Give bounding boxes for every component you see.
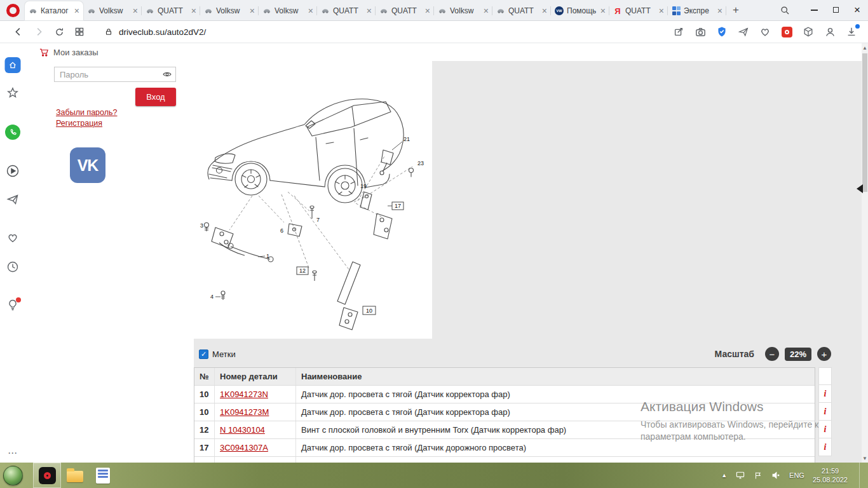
collapse-panel-chevron-icon[interactable]	[857, 184, 863, 193]
tab-close-icon[interactable]: ×	[425, 6, 430, 15]
history-clock-icon[interactable]	[6, 261, 19, 273]
whatsapp-icon[interactable]	[5, 125, 20, 140]
tab-close-icon[interactable]: ×	[659, 6, 664, 15]
scroll-down-icon[interactable]: ▼	[862, 454, 868, 463]
player-icon[interactable]	[6, 164, 20, 178]
tab-close-icon[interactable]: ×	[600, 6, 606, 15]
language-indicator[interactable]: ENG	[789, 471, 804, 479]
login-button[interactable]: Вход	[135, 88, 176, 106]
browser-tab[interactable]: Volksw×	[434, 1, 492, 20]
new-tab-button[interactable]: +	[728, 2, 744, 18]
taskbar-clock[interactable]: 21:59 25.08.2022	[813, 466, 848, 484]
tray-volume-icon[interactable]	[771, 470, 781, 480]
bookmarks-star-icon[interactable]	[6, 86, 19, 99]
scroll-up-icon[interactable]: ▲	[862, 43, 868, 52]
close-button[interactable]: ×	[846, 0, 868, 20]
car-favicon	[379, 6, 388, 15]
taskbar-app-icon[interactable]	[89, 463, 117, 488]
browser-tab[interactable]: QUATT×	[376, 1, 434, 20]
telegram-icon[interactable]	[6, 193, 19, 206]
vertical-scrollbar[interactable]: ▲ ▼	[862, 43, 868, 463]
browser-tab[interactable]: Volksw×	[83, 1, 142, 20]
browser-tab[interactable]: VWПомощь×	[551, 1, 609, 20]
scrollbar-thumb[interactable]	[862, 53, 867, 192]
browser-tab[interactable]: Volksw×	[259, 1, 317, 20]
diagram-callout[interactable]: 7	[316, 217, 320, 223]
diagram-callout[interactable]: 12	[299, 268, 306, 274]
url-box[interactable]: driveclub.su/auto2dV2/	[104, 27, 668, 37]
profile-icon[interactable]	[824, 25, 836, 38]
taskbar-explorer-icon[interactable]	[61, 463, 89, 488]
flow-paper-plane-icon[interactable]	[737, 25, 750, 38]
tray-display-icon[interactable]	[735, 470, 745, 480]
browser-tab[interactable]: Экспре×	[668, 1, 726, 20]
orders-link[interactable]: Мои заказы	[53, 48, 98, 57]
diagram-callout[interactable]: 6	[280, 227, 283, 234]
diagram-callout[interactable]: 10	[366, 308, 372, 314]
zoom-out-button[interactable]: −	[765, 347, 779, 361]
info-icon[interactable]: i	[818, 385, 832, 403]
browser-tab[interactable]: QUATT×	[492, 1, 551, 20]
share-icon[interactable]	[672, 25, 685, 38]
show-password-eye-icon[interactable]	[162, 69, 172, 79]
opera-logo-icon[interactable]	[6, 4, 20, 17]
forward-icon[interactable]	[31, 24, 47, 40]
tray-expand-icon[interactable]: ▲	[721, 472, 727, 478]
diagram-callout[interactable]: 3	[200, 222, 203, 229]
part-number-link[interactable]: N 10430104	[215, 421, 296, 438]
browser-tab[interactable]: Volksw×	[200, 1, 259, 20]
browser-tab[interactable]: Каталог×	[25, 1, 83, 20]
password-input[interactable]	[54, 67, 176, 82]
info-icon[interactable]: i	[818, 438, 832, 456]
diagram-callout[interactable]: 23	[417, 160, 424, 166]
vk-logo[interactable]: VK	[70, 147, 105, 183]
diagram-callout[interactable]: 17	[395, 203, 401, 209]
start-button[interactable]	[3, 466, 23, 485]
forgot-password-link[interactable]: Забыли пароль?	[56, 108, 118, 117]
tray-flag-icon[interactable]	[754, 471, 763, 480]
tab-close-icon[interactable]: ×	[191, 6, 196, 15]
back-icon[interactable]	[10, 24, 27, 40]
easy-setup-bulb-icon[interactable]	[6, 299, 19, 311]
browser-tab[interactable]: ЯQUATT×	[609, 1, 668, 20]
browser-tab[interactable]: QUATT×	[317, 1, 376, 20]
diagram-callout[interactable]: 1	[266, 253, 269, 259]
tab-close-icon[interactable]: ×	[484, 6, 489, 15]
diagram-callout[interactable]: 19	[360, 183, 367, 189]
favorites-heart-icon[interactable]	[6, 231, 19, 244]
info-icon[interactable]: i	[818, 421, 832, 438]
sidebar-more-icon[interactable]: ⋯	[8, 447, 18, 459]
tab-close-icon[interactable]: ×	[308, 6, 313, 15]
extension-icon[interactable]	[780, 25, 793, 38]
labels-checkbox[interactable]: ✓	[199, 349, 208, 359]
tab-close-icon[interactable]: ×	[542, 6, 547, 15]
zoom-in-button[interactable]: +	[817, 347, 831, 361]
register-link[interactable]: Регистрация	[56, 119, 102, 128]
tab-close-icon[interactable]: ×	[74, 6, 79, 15]
bookmark-heart-icon[interactable]	[759, 25, 771, 38]
info-icon[interactable]: i	[818, 403, 832, 421]
part-number-link[interactable]: 1K0941273N	[215, 386, 296, 403]
labels-checkbox-label[interactable]: Метки	[212, 349, 236, 359]
restore-button[interactable]	[825, 0, 846, 20]
speed-dial-tiles-icon[interactable]	[71, 24, 88, 40]
browser-tab[interactable]: QUATT×	[142, 1, 200, 20]
tab-close-icon[interactable]: ×	[367, 6, 372, 15]
speed-dial-home-icon[interactable]	[5, 57, 21, 73]
snapshot-camera-icon[interactable]	[694, 25, 707, 38]
diagram-callout[interactable]: 4	[210, 294, 214, 300]
download-icon[interactable]	[845, 25, 858, 38]
vpn-shield-icon[interactable]	[715, 25, 728, 38]
tab-close-icon[interactable]: ×	[133, 6, 138, 15]
diagram-callout[interactable]: 21	[403, 136, 410, 142]
reload-icon[interactable]	[51, 24, 67, 40]
taskbar-opera-icon[interactable]	[33, 463, 61, 488]
tab-close-icon[interactable]: ×	[717, 6, 722, 15]
tab-close-icon[interactable]: ×	[250, 6, 255, 15]
part-number-link[interactable]: 3C0941307A	[215, 439, 296, 456]
part-number-link[interactable]: 1K0941273M	[215, 403, 296, 421]
minimize-button[interactable]	[803, 0, 825, 20]
tab-search-icon[interactable]	[775, 5, 794, 15]
pinboard-cube-icon[interactable]	[802, 25, 815, 38]
show-desktop-strip[interactable]	[859, 463, 863, 488]
